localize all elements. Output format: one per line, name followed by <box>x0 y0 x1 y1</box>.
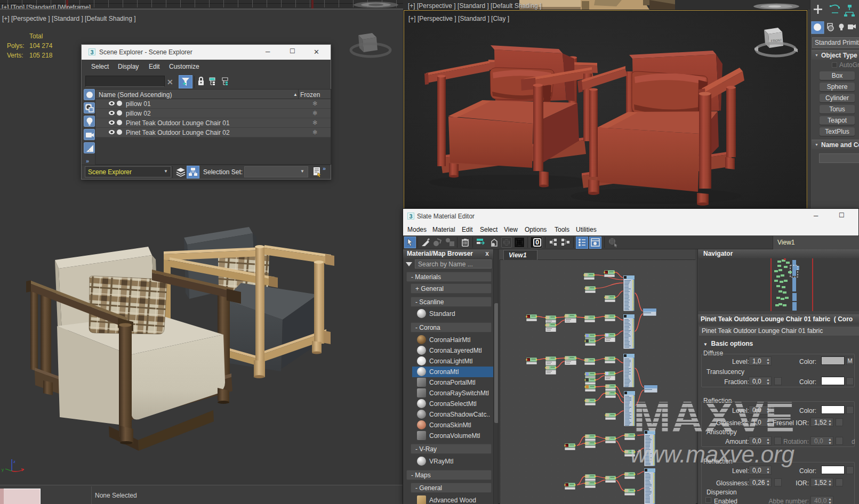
svg-text:y: y <box>2 467 4 472</box>
svg-text:z: z <box>13 459 15 464</box>
